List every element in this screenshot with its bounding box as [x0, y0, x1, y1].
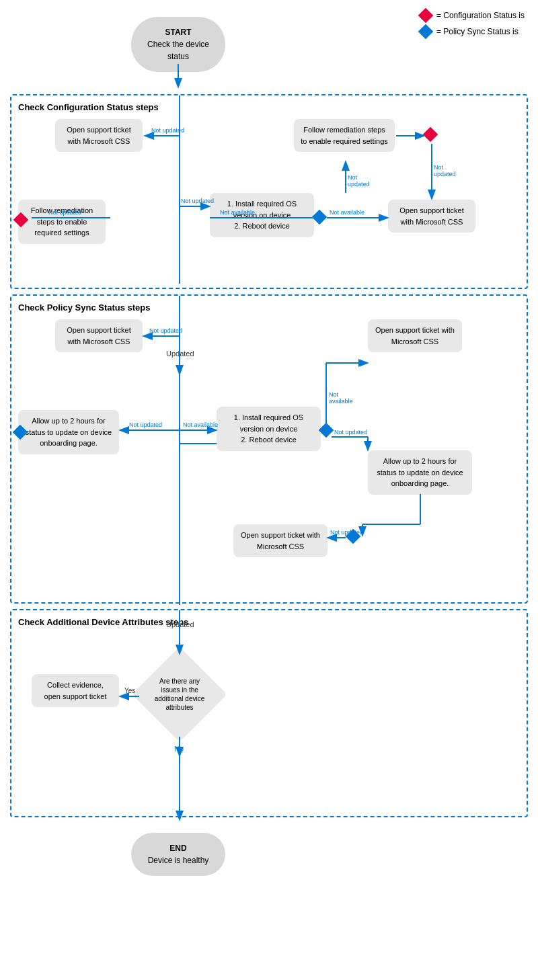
attributes-no-label: No [174, 745, 184, 753]
section-config-title: Check Configuration Status steps [18, 102, 520, 112]
svg-text:Not updated: Not updated [181, 198, 214, 204]
policy-updated-label: Updated [166, 350, 194, 358]
section-attributes-title: Check Additional Device Attributes steps [18, 617, 520, 627]
section3-arrows: Yes [11, 610, 527, 816]
policy-diamond-blue-bottom-right [348, 531, 360, 543]
config-diamond-red-top [425, 129, 438, 142]
svg-text:available: available [329, 398, 353, 405]
svg-text:Not available: Not available [183, 421, 218, 428]
policy-open-support-bottom: Open support ticket with Microsoft CSS [233, 524, 328, 557]
svg-text:Not updated: Not updated [151, 127, 184, 134]
end-area: END Device is healthy [7, 823, 538, 903]
svg-text:Not updated: Not updated [334, 429, 367, 436]
config-open-support-bottom-right: Open support ticket with Microsoft CSS [388, 200, 475, 233]
start-arrow [7, 7, 538, 94]
config-diamond-blue-center [314, 212, 326, 224]
svg-text:updated: updated [434, 171, 456, 177]
svg-text:Not available: Not available [330, 209, 364, 216]
section-config: Check Configuration Status steps Open su… [10, 94, 528, 289]
end-line2: Device is healthy [139, 854, 217, 866]
config-install-os: 1. Install required OS version on device… [210, 193, 314, 237]
config-diamond-red-left [15, 214, 29, 228]
end-line1: END [139, 842, 217, 854]
svg-text:Not: Not [329, 391, 339, 398]
policy-diamond-blue-center [321, 425, 333, 437]
policy-allow-2hr-right: Allow up to 2 hours for status to update… [368, 450, 472, 495]
section-policy: Check Policy Sync Status steps Open supp… [10, 294, 528, 604]
config-follow-remediation-bottom-left: Follow remediation steps to enable requi… [18, 200, 106, 244]
svg-text:Not: Not [434, 164, 444, 171]
attributes-diamond-container: Are there any issues in the additional d… [139, 654, 220, 735]
config-open-support-top-left: Open support ticket with Microsoft CSS [55, 119, 143, 152]
svg-text:Not: Not [348, 174, 358, 181]
config-follow-remediation-top-right: Follow remediation steps to enable requi… [294, 119, 395, 152]
svg-text:Not updated: Not updated [149, 327, 182, 334]
policy-install-os: 1. Install required OS version on device… [217, 407, 321, 451]
svg-text:updated: updated [348, 181, 370, 188]
end-node: END Device is healthy [131, 833, 225, 876]
policy-diamond-blue-left [15, 427, 27, 439]
policy-open-support-left: Open support ticket with Microsoft CSS [55, 319, 143, 352]
section-attributes: Check Additional Device Attributes steps… [10, 609, 528, 817]
attributes-diamond-text: Are there any issues in the additional d… [151, 675, 208, 714]
policy-allow-2hr-left: Allow up to 2 hours for status to update… [18, 410, 119, 454]
svg-text:Not updated: Not updated [129, 421, 162, 428]
policy-open-support-right-top: Open support ticket with Microsoft CSS [368, 319, 462, 352]
attributes-collect-evidence: Collect evidence, open support ticket [32, 674, 119, 707]
attributes-updated-label: Updated [166, 620, 194, 628]
section-policy-title: Check Policy Sync Status steps [18, 302, 520, 313]
start-area: START Check the device status [7, 7, 538, 94]
